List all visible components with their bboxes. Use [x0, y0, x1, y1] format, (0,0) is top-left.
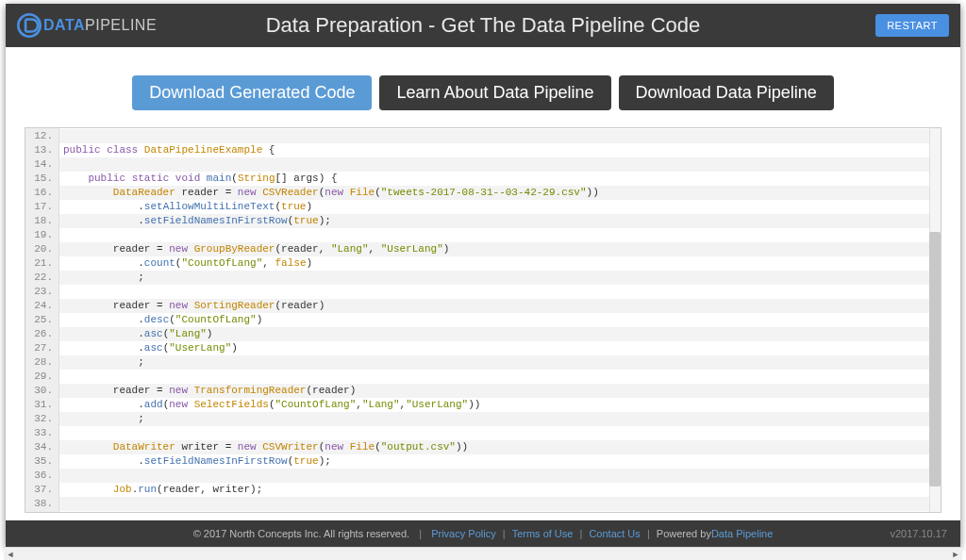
code-line[interactable]: reader = new SortingReader(reader)	[59, 299, 941, 313]
contact-us-link[interactable]: Contact Us	[589, 528, 640, 539]
line-number: 30.	[25, 384, 58, 398]
line-number: 18.	[25, 214, 58, 228]
vertical-scrollbar-track[interactable]	[929, 128, 941, 512]
code-line[interactable]: ;	[59, 271, 941, 285]
restart-button[interactable]: RESTART	[875, 14, 949, 37]
line-number: 15.	[25, 172, 58, 186]
line-number: 32.	[25, 412, 58, 426]
action-button-row: Download Generated Code Learn About Data…	[6, 47, 960, 127]
download-generated-code-button[interactable]: Download Generated Code	[132, 75, 372, 110]
line-number: 31.	[25, 398, 58, 412]
line-number: 38.	[25, 497, 58, 511]
code-line[interactable]: .desc("CountOfLang")	[59, 313, 941, 327]
code-line[interactable]	[59, 497, 941, 511]
code-line[interactable]: ;	[59, 355, 941, 370]
powered-by-label: Powered by	[657, 528, 711, 539]
code-line[interactable]	[59, 426, 941, 440]
line-number: 14.	[25, 157, 58, 172]
line-number-gutter: 12.13.14.15.16.17.18.19.20.21.22.23.24.2…	[25, 128, 59, 512]
header-bar: DATAPIPELINE Data Preparation - Get The …	[6, 4, 960, 47]
version-label: v2017.10.17	[890, 528, 947, 539]
code-line[interactable]	[59, 157, 941, 172]
line-number: 27.	[25, 341, 58, 355]
line-number: 12.	[25, 129, 58, 143]
logo-text: DATAPIPELINE	[43, 17, 157, 34]
terms-of-use-link[interactable]: Terms of Use	[512, 528, 574, 539]
line-number: 16.	[25, 186, 58, 200]
footer-separator: |	[500, 528, 508, 539]
code-line[interactable]: Job.run(reader, writer);	[59, 483, 941, 497]
line-number: 34.	[25, 440, 58, 454]
code-content[interactable]: public class DataPipelineExample { publi…	[59, 128, 941, 512]
line-number: 37.	[25, 483, 58, 497]
scroll-right-arrow-icon[interactable]: ►	[949, 548, 962, 561]
code-line[interactable]	[59, 129, 941, 143]
code-line[interactable]	[59, 228, 941, 242]
line-number: 23.	[25, 285, 58, 299]
code-editor[interactable]: 12.13.14.15.16.17.18.19.20.21.22.23.24.2…	[25, 127, 941, 513]
line-number: 24.	[25, 299, 58, 313]
code-line[interactable]	[59, 469, 941, 483]
code-line[interactable]: ;	[59, 412, 941, 426]
code-line[interactable]: .asc("UserLang")	[59, 341, 941, 355]
code-line[interactable]: public static void main(String[] args) {	[59, 172, 941, 186]
code-line[interactable]: public class DataPipelineExample {	[59, 143, 941, 157]
logo[interactable]: DATAPIPELINE	[17, 13, 157, 38]
line-number: 33.	[25, 426, 58, 440]
code-line[interactable]	[59, 370, 941, 384]
footer-bar: © 2017 North Concepts Inc. All rights re…	[6, 520, 960, 547]
code-line[interactable]: }	[59, 511, 941, 512]
code-line[interactable]: .setAllowMultiLineText(true)	[59, 200, 941, 214]
privacy-policy-link[interactable]: Privacy Policy	[431, 528, 495, 539]
code-line[interactable]: reader = new TransformingReader(reader)	[59, 384, 941, 398]
code-line[interactable]: DataWriter writer = new CSVWriter(new Fi…	[59, 440, 941, 454]
line-number: 20.	[25, 242, 58, 256]
code-line[interactable]	[59, 285, 941, 299]
line-number: 13.	[25, 143, 58, 157]
powered-by-link[interactable]: Data Pipeline	[711, 528, 773, 539]
line-number: 36.	[25, 469, 58, 483]
code-line[interactable]: .setFieldNamesInFirstRow(true);	[59, 454, 941, 469]
line-number: 22.	[25, 271, 58, 285]
code-line[interactable]: .count("CountOfLang", false)	[59, 256, 941, 271]
code-line[interactable]: reader = new GroupByReader(reader, "Lang…	[59, 242, 941, 256]
line-number: 29.	[25, 370, 58, 384]
page-title: Data Preparation - Get The Data Pipeline…	[266, 13, 701, 38]
outer-horizontal-scrollbar[interactable]: ◄ ►	[4, 547, 962, 560]
line-number: 25.	[25, 313, 58, 327]
line-number: 26.	[25, 327, 58, 341]
footer-separator: |	[576, 528, 585, 539]
learn-about-data-pipeline-button[interactable]: Learn About Data Pipeline	[379, 75, 610, 110]
line-number: 39.	[25, 511, 58, 513]
line-number: 28.	[25, 355, 58, 370]
code-line[interactable]: .asc("Lang")	[59, 327, 941, 341]
footer-separator: |	[644, 528, 653, 539]
line-number: 17.	[25, 200, 58, 214]
footer-copyright: © 2017 North Concepts Inc. All rights re…	[193, 528, 409, 539]
footer-separator: |	[413, 528, 427, 539]
scroll-left-arrow-icon[interactable]: ◄	[4, 548, 17, 561]
line-number: 35.	[25, 454, 58, 469]
code-line[interactable]: DataReader reader = new CSVReader(new Fi…	[59, 186, 941, 200]
logo-icon	[17, 13, 42, 38]
outer-scrollbar-track[interactable]	[17, 548, 949, 560]
line-number: 21.	[25, 256, 58, 271]
code-line[interactable]: .setFieldNamesInFirstRow(true);	[59, 214, 941, 228]
code-line[interactable]: .add(new SelectFields("CountOfLang","Lan…	[59, 398, 941, 412]
download-data-pipeline-button[interactable]: Download Data Pipeline	[619, 75, 834, 110]
line-number: 19.	[25, 228, 58, 242]
vertical-scrollbar-thumb[interactable]	[929, 232, 941, 486]
